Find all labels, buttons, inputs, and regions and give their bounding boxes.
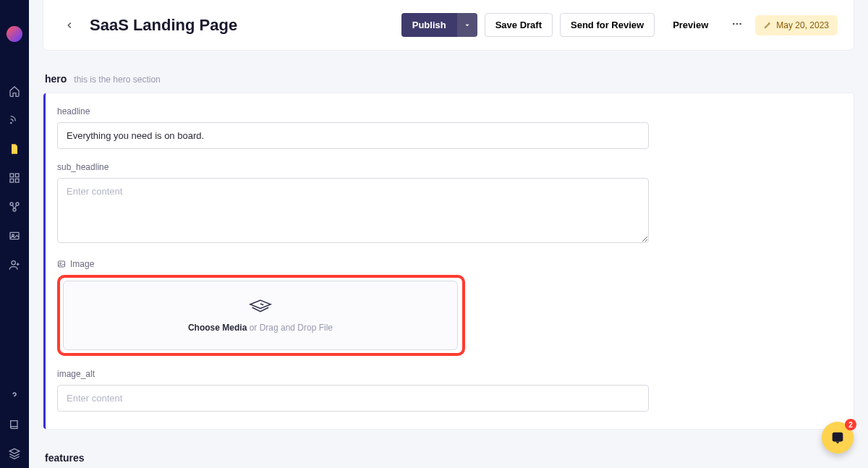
- page-header: SaaS Landing Page Publish Save Draft Sen…: [43, 0, 854, 50]
- send-for-review-button[interactable]: Send for Review: [560, 13, 655, 37]
- field-label-headline: headline: [57, 106, 649, 116]
- nav-help[interactable]: [0, 381, 29, 410]
- app-sidebar: [0, 0, 29, 468]
- svg-rect-0: [10, 174, 14, 177]
- components-icon: [9, 201, 20, 213]
- help-icon: [9, 390, 20, 401]
- svg-rect-1: [15, 174, 19, 177]
- svg-point-6: [13, 208, 16, 211]
- nav-members[interactable]: [0, 250, 29, 279]
- svg-rect-15: [833, 433, 843, 442]
- page-title: SaaS Landing Page: [90, 16, 237, 35]
- field-label-sub-headline: sub_headline: [57, 162, 649, 172]
- nav-blog[interactable]: [0, 106, 29, 135]
- pencil-icon: [764, 21, 772, 29]
- field-headline: headline: [57, 106, 649, 149]
- schedule-date-pill[interactable]: May 20, 2023: [755, 15, 838, 35]
- schedule-date-text: May 20, 2023: [776, 20, 829, 30]
- image-dropzone[interactable]: Choose Media or Drag and Drop File: [63, 281, 458, 350]
- section-name: hero: [45, 73, 67, 85]
- section-heading-features: features: [45, 452, 854, 464]
- back-button[interactable]: [59, 15, 80, 35]
- page-icon: [9, 143, 20, 155]
- nav-pages[interactable]: [0, 135, 29, 163]
- image-alt-input[interactable]: [57, 385, 649, 412]
- main-content: SaaS Landing Page Publish Save Draft Sen…: [29, 0, 868, 468]
- chevron-left-icon: [64, 20, 75, 30]
- chat-icon: [830, 430, 846, 446]
- field-sub-headline: sub_headline: [57, 162, 649, 246]
- field-label-image: Image: [57, 259, 649, 269]
- field-label-image-alt: image_alt: [57, 369, 649, 379]
- svg-rect-3: [15, 179, 19, 182]
- chat-badge: 2: [845, 419, 856, 430]
- more-icon: [731, 18, 743, 30]
- svg-rect-2: [10, 179, 14, 182]
- dropzone-text: Choose Media or Drag and Drop File: [188, 323, 333, 333]
- grid-icon: [9, 172, 20, 184]
- nav-collections[interactable]: [0, 163, 29, 192]
- media-icon: [9, 230, 20, 242]
- section-name: features: [45, 452, 84, 464]
- nav-layers[interactable]: [0, 439, 29, 468]
- headline-input[interactable]: [57, 122, 649, 149]
- svg-point-11: [736, 23, 739, 25]
- user-plus-icon: [9, 259, 20, 271]
- nav-home[interactable]: [0, 77, 29, 106]
- save-draft-button[interactable]: Save Draft: [485, 13, 553, 37]
- nav-media[interactable]: [0, 221, 29, 250]
- app-logo: [7, 26, 22, 42]
- stack-icon: [248, 298, 273, 317]
- hero-form-card: headline sub_headline Image: [43, 93, 854, 429]
- field-image-alt: image_alt: [57, 369, 649, 412]
- nav-docs[interactable]: [0, 410, 29, 439]
- more-actions-button[interactable]: [726, 12, 748, 38]
- layers-icon: [9, 448, 20, 459]
- svg-point-14: [60, 263, 61, 264]
- chat-launcher[interactable]: 2: [822, 422, 854, 454]
- book-icon: [9, 419, 20, 430]
- publish-button[interactable]: Publish: [401, 13, 457, 37]
- field-image: Image Choose Media or Drag and Drop File: [57, 259, 649, 356]
- svg-point-9: [12, 261, 15, 265]
- preview-button[interactable]: Preview: [662, 13, 719, 37]
- annotation-highlight: Choose Media or Drag and Drop File: [57, 275, 465, 356]
- caret-down-icon: [464, 22, 471, 29]
- home-icon: [9, 85, 20, 97]
- svg-point-10: [733, 23, 735, 25]
- blog-icon: [9, 114, 20, 126]
- image-icon: [57, 260, 66, 268]
- sub-headline-textarea[interactable]: [57, 178, 649, 243]
- section-description: this is the hero section: [74, 75, 160, 85]
- publish-dropdown[interactable]: [457, 13, 477, 37]
- svg-point-12: [740, 23, 742, 25]
- section-heading-hero: hero this is the hero section: [45, 73, 854, 85]
- nav-components[interactable]: [0, 192, 29, 221]
